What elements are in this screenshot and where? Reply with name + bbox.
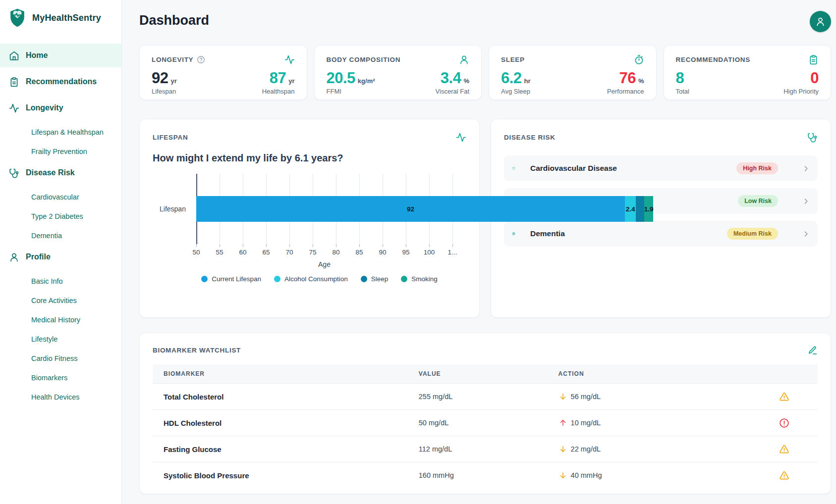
lifespan-card-label: LIFESPAN [153, 134, 188, 141]
lifespan-stacked-bar: 922.41.9 [196, 196, 452, 222]
alert-circle-icon [784, 163, 795, 174]
metric-visceral-fat: 3.4 % Visceral Fat [436, 69, 469, 95]
sidebar-item-label: Longevity [26, 103, 63, 112]
activity-icon [9, 103, 19, 113]
stat-card-label: RECOMMENDATIONS [676, 56, 751, 63]
legend-item-current-lifespan: Current Lifespan [201, 275, 261, 283]
lifespan-chart: Lifespan 922.41.9 5055606570758085909510… [153, 174, 466, 283]
sidebar-subitem-health-devices[interactable]: Health Devices [0, 387, 121, 406]
column-header-action: ACTION [558, 370, 751, 377]
biomarker-row-fasting-glucose[interactable]: Fasting Glucose 112 mg/dL 22 mg/dL [153, 436, 818, 462]
sidebar-subitem-frailty-prevention[interactable]: Frailty Prevention [0, 142, 121, 161]
chart-tick-label: 50 [192, 249, 200, 256]
chart-y-label: Lifespan [153, 174, 196, 244]
avatar-button[interactable] [810, 11, 831, 32]
sidebar-subitem-biomarkers[interactable]: Biomarkers [0, 368, 121, 387]
biomarker-row-total-cholesterol[interactable]: Total Cholesterol 255 mg/dL 56 mg/dL [153, 383, 818, 409]
app-logo[interactable]: MyHealthSentry [0, 0, 121, 35]
sidebar-subitem-type-2-diabetes[interactable]: Type 2 Diabetes [0, 206, 121, 226]
status-cell [751, 444, 818, 454]
user-icon [459, 54, 469, 65]
biomarker-value: 112 mg/dL [419, 445, 558, 453]
column-header-value: VALUE [419, 370, 558, 377]
biomarker-action: 56 mg/dL [558, 392, 751, 401]
disease-row-cardiovascular-disease[interactable]: Cardiovascular Disease High Risk [504, 155, 818, 181]
status-cell [751, 392, 818, 402]
metric-total: 8 Total [676, 69, 689, 95]
chart-tick-label: 70 [285, 249, 293, 256]
legend-item-smoking: Smoking [401, 275, 438, 283]
chart-x-label: Age [153, 260, 466, 268]
chart-tick-mark [359, 244, 360, 247]
biomarker-value: 50 mg/dL [419, 419, 558, 427]
check-circle-icon [784, 196, 795, 206]
biomarker-value: 255 mg/dL [419, 393, 558, 401]
status-cell [751, 418, 818, 428]
biomarker-action: 10 mg/dL [558, 418, 751, 427]
chart-tick-label: 1... [448, 249, 457, 256]
risk-badge: Low Risk [738, 195, 778, 207]
legend-item-alcohol-consumption: Alcohol Consumption [274, 275, 348, 283]
bar-segment-alcohol-consumption[interactable]: 2.4 [625, 196, 636, 222]
sidebar-subitem-core-activities[interactable]: Core Activities [0, 291, 121, 310]
activity-icon [284, 54, 295, 65]
lifespan-card: LIFESPAN How might I extend my life by 6… [139, 119, 480, 318]
sidebar-subitem-cardiovascular[interactable]: Cardiovascular [0, 187, 121, 206]
metric-high-priority: 0 High Priority [783, 69, 819, 95]
sidebar-subitem-medical-history[interactable]: Medical History [0, 310, 121, 329]
metric-healthspan: 87 yr Healthspan [262, 69, 295, 95]
column-header-biomarker: BIOMARKER [153, 370, 419, 377]
brain-icon [512, 228, 523, 239]
stat-card-longevity: LONGEVITY 92 yr Lifespan 87 yr Healthspa… [139, 45, 307, 100]
stat-card-label: BODY COMPOSITION [327, 56, 401, 63]
chart-tick-label: 90 [379, 249, 386, 256]
arrow-down-icon [558, 471, 567, 480]
disease-name: Cardiovascular Disease [530, 164, 736, 173]
legend-item-sleep: Sleep [361, 275, 389, 283]
chart-tick-labels: 505560657075808590951001... [196, 249, 452, 258]
risk-badge: Medium Risk [727, 228, 778, 240]
lifespan-question: How might I extend my life by 6.1 years? [153, 152, 466, 164]
biomarker-watchlist-label: BIOMARKER WATCHLIST [153, 347, 241, 354]
bar-segment-current-lifespan[interactable]: 92 [196, 196, 625, 222]
status-cell [751, 470, 818, 481]
alert-triangle-icon [784, 229, 795, 239]
biomarker-row-systolic-blood-pressure[interactable]: Systolic Blood Pressure 160 mmHg 40 mmHg [153, 462, 818, 488]
chevron-right-icon[interactable] [801, 197, 811, 206]
chart-tick-mark [429, 244, 430, 247]
biomarker-table: BIOMARKERVALUEACTION Total Cholesterol 2… [153, 364, 818, 488]
second-row: LIFESPAN How might I extend my life by 6… [139, 119, 831, 318]
legend-dot [274, 276, 280, 282]
chart-tick-mark [266, 244, 267, 247]
biomarker-name: Total Cholesterol [153, 393, 419, 401]
bar-segment-smoking[interactable]: 1.9 [644, 196, 653, 222]
chart-tick-mark [406, 244, 406, 247]
bar-segment-sleep[interactable] [636, 196, 644, 222]
chevron-right-icon[interactable] [801, 229, 811, 239]
disease-row-dementia[interactable]: Dementia Medium Risk [504, 221, 818, 247]
sidebar-item-recommendations[interactable]: Recommendations [0, 70, 121, 94]
edit-pencil-icon[interactable] [807, 345, 818, 355]
heart-icon [512, 163, 523, 174]
user-icon [9, 252, 19, 262]
sidebar-subitem-basic-info[interactable]: Basic Info [0, 271, 121, 291]
sidebar-subitem-cardio-fitness[interactable]: Cardio Fitness [0, 349, 121, 368]
sidebar-item-home[interactable]: Home [0, 44, 121, 67]
sidebar-subitem-lifestyle[interactable]: Lifestyle [0, 329, 121, 349]
sidebar-item-disease-risk[interactable]: Disease Risk [0, 161, 121, 185]
sidebar-subitem-dementia[interactable]: Dementia [0, 226, 121, 245]
biomarker-row-hdl-cholesterol[interactable]: HDL Cholesterol 50 mg/dL 10 mg/dL [153, 409, 818, 436]
help-icon[interactable] [197, 55, 205, 64]
chart-tick-label: 65 [262, 249, 270, 256]
chart-tick-label: 95 [402, 249, 409, 256]
chart-tick-label: 85 [355, 249, 363, 256]
clipboard-icon [9, 77, 19, 87]
sidebar-subitem-lifespan-healthspan[interactable]: Lifespan & Healthspan [0, 122, 121, 142]
sidebar-item-profile[interactable]: Profile [0, 245, 121, 269]
sidebar-item-longevity[interactable]: Longevity [0, 96, 121, 120]
stat-card-sleep: SLEEP 6.2 hr Avg Sleep 76 % Performance [489, 45, 657, 100]
chevron-right-icon[interactable] [801, 164, 811, 173]
alert-triangle-icon [779, 392, 789, 402]
app-root: MyHealthSentry HomeRecommendationsLongev… [0, 0, 836, 504]
arrow-down-icon [558, 392, 567, 401]
